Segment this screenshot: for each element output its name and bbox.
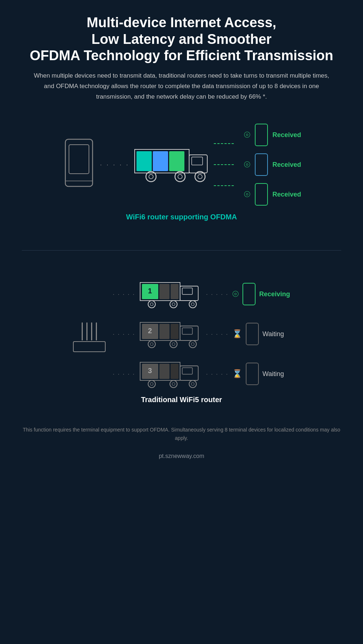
antenna-2 <box>86 322 87 340</box>
truck-row-2: · · · · · 2 <box>113 319 290 348</box>
wifi-icon-1: ⦾ <box>244 130 250 140</box>
ofdma-truck-svg <box>133 144 211 184</box>
wifi5-diagram: · · · · · 1 <box>18 280 345 388</box>
svg-point-35 <box>148 340 155 348</box>
svg-rect-33 <box>180 326 198 340</box>
svg-point-53 <box>191 383 194 385</box>
truck1-svg: 1 <box>139 280 203 309</box>
ofdma-label: WiFi6 router supporting OFDMA <box>18 213 345 221</box>
svg-point-36 <box>150 343 153 346</box>
connector-area <box>214 143 234 186</box>
antenna-1 <box>82 322 83 340</box>
svg-point-14 <box>198 174 202 179</box>
wifi6-router-icon <box>62 137 96 192</box>
antenna-4 <box>96 322 97 340</box>
svg-point-23 <box>150 303 153 306</box>
ofdma-devices: ⦾ Received ⦾ Received ⦾ Received <box>244 124 301 206</box>
dots-truck1-left: · · · · · <box>113 291 135 297</box>
dots-truck2-right: · · · · · <box>206 331 229 337</box>
dots-truck2-left: · · · · · <box>113 331 135 337</box>
svg-rect-19 <box>171 284 179 299</box>
svg-text:3: 3 <box>148 367 152 375</box>
svg-point-12 <box>178 174 182 179</box>
svg-point-22 <box>148 301 155 308</box>
status-1: Received <box>272 131 301 139</box>
svg-point-52 <box>189 380 196 388</box>
svg-rect-5 <box>153 151 168 171</box>
phone-1 <box>255 124 268 146</box>
wifi5-router <box>69 316 109 352</box>
status-2: Received <box>272 161 301 169</box>
phone-3 <box>255 183 268 206</box>
svg-text:2: 2 <box>148 327 152 335</box>
truck1-device: ⦾ Receiving <box>232 283 290 305</box>
truck2-svg: 2 <box>139 319 203 348</box>
truck-row-3: · · · · · 3 <box>113 359 290 388</box>
truck2-device: ⌛ Waiting <box>232 323 284 345</box>
svg-rect-4 <box>136 151 152 171</box>
dots-truck3-left: · · · · · <box>113 371 135 377</box>
wifi5-trucks-column: · · · · · 1 <box>113 280 290 388</box>
svg-rect-8 <box>192 157 203 165</box>
device-row-1: ⦾ Received <box>244 124 301 146</box>
svg-rect-1 <box>69 145 89 174</box>
svg-point-39 <box>189 340 196 348</box>
wifi5-label: Traditional WiFi5 router <box>18 396 345 404</box>
dots-truck3-right: · · · · · <box>206 371 229 377</box>
status-3: Received <box>272 191 301 198</box>
svg-point-48 <box>148 380 155 388</box>
svg-rect-47 <box>182 368 192 374</box>
router-antennas <box>82 322 97 340</box>
truck3-svg: 3 <box>139 359 203 388</box>
wifi-receiving-icon: ⦾ <box>232 289 239 299</box>
svg-point-27 <box>191 303 194 306</box>
router-base <box>73 341 106 352</box>
svg-point-10 <box>149 174 153 179</box>
wifi6-router <box>62 137 96 192</box>
footer-note: This function requires the terminal equi… <box>7 418 356 449</box>
main-title: Multi-device Internet Access, Low Latenc… <box>22 15 341 64</box>
dots-truck1-right: · · · · · <box>206 291 229 297</box>
phone-waiting-2 <box>246 363 259 385</box>
ofdma-truck-container <box>133 144 211 185</box>
truck3-device: ⌛ Waiting <box>232 363 284 385</box>
svg-rect-45 <box>171 364 179 379</box>
truck-row-1: · · · · · 1 <box>113 280 290 309</box>
svg-point-40 <box>191 343 194 346</box>
description-text: When multiple devices need to transmit d… <box>22 71 341 102</box>
antenna-3 <box>91 322 92 340</box>
svg-text:1: 1 <box>148 287 152 295</box>
header-section: Multi-device Internet Access, Low Latenc… <box>7 15 356 102</box>
svg-point-51 <box>172 383 175 385</box>
svg-rect-32 <box>171 324 179 339</box>
ofdma-section: · · · · · <box>7 113 356 236</box>
wifi-icon-2: ⦾ <box>244 160 250 169</box>
svg-rect-6 <box>169 151 184 171</box>
section-divider <box>22 250 341 251</box>
phone-2 <box>255 153 268 176</box>
status-waiting-2: Waiting <box>262 370 284 378</box>
svg-rect-34 <box>182 328 192 334</box>
svg-rect-46 <box>180 366 198 380</box>
page-container: Multi-device Internet Access, Low Latenc… <box>0 0 363 470</box>
status-waiting-1: Waiting <box>262 330 284 338</box>
svg-rect-20 <box>180 286 198 301</box>
phone-waiting-1 <box>246 323 259 345</box>
svg-rect-31 <box>159 324 170 339</box>
svg-rect-18 <box>159 284 170 299</box>
svg-point-37 <box>170 340 177 348</box>
device-row-3: ⦾ Received <box>244 183 301 206</box>
svg-point-25 <box>172 303 175 306</box>
device-row-2: ⦾ Received <box>244 153 301 176</box>
ofdma-diagram: · · · · · <box>18 124 345 206</box>
phone-receiving <box>242 283 256 305</box>
wifi-icon-3: ⦾ <box>244 190 250 199</box>
svg-point-50 <box>170 380 177 388</box>
svg-rect-44 <box>159 364 170 379</box>
dots-left-ofdma: · · · · · <box>100 161 129 169</box>
hourglass-icon-2: ⌛ <box>232 369 242 379</box>
svg-point-49 <box>150 383 153 385</box>
wifi5-section: · · · · · 1 <box>7 265 356 418</box>
svg-point-24 <box>170 301 177 308</box>
svg-rect-21 <box>182 288 192 294</box>
